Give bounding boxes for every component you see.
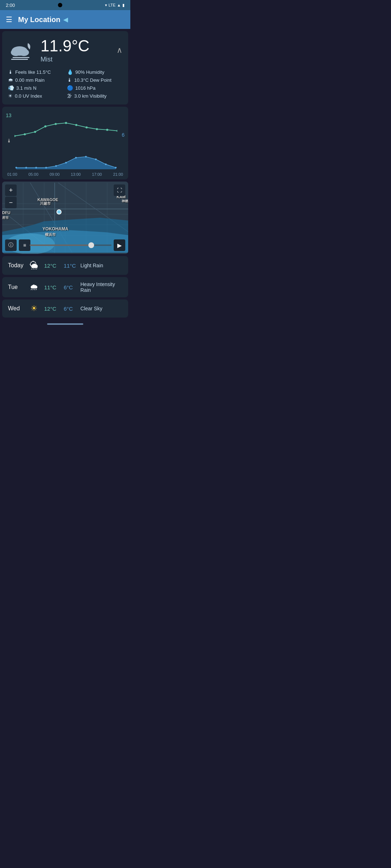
svg-point-8 — [44, 125, 46, 128]
zoom-in-button[interactable]: + — [5, 184, 17, 196]
zoom-out-button[interactable]: − — [5, 197, 17, 208]
pressure-icon: 🔵 — [67, 85, 73, 91]
forecast-section: Today 🌦 12°C 11°C Light Rain Tue 🌧 11°C … — [2, 256, 128, 318]
weather-temp-area: 11.9°C Mist — [37, 37, 117, 63]
visibility-item: 🌫 3.0 km Visibility — [67, 93, 122, 99]
pressure-value: 1016 hPa — [75, 85, 96, 91]
map-info-button[interactable]: ⓘ — [5, 239, 17, 251]
svg-point-5 — [14, 135, 16, 137]
visibility-icon: 🌫 — [67, 93, 72, 99]
forecast-tue-icon: 🌧 — [28, 282, 41, 292]
svg-point-11 — [75, 124, 77, 126]
weather-main: 11.9°C Mist ∧ — [8, 37, 122, 63]
time-label-0: 01:00 — [7, 172, 17, 176]
svg-point-15 — [116, 130, 117, 132]
kami-jp-label: 神栖 — [122, 199, 128, 204]
wifi-icon: ▾ — [105, 3, 107, 8]
pressure-item: 🔵 1016 hPa — [67, 85, 122, 91]
forecast-tue-high: 11°C — [44, 284, 60, 290]
yokohama-label: YOKOHAMA — [42, 226, 68, 231]
forecast-today-icon: 🌦 — [28, 260, 41, 271]
battery-icon: ▮ — [122, 3, 125, 8]
timeline-progress — [30, 244, 91, 246]
wind-item: 💨 3.1 m/s N — [8, 85, 63, 91]
rain-value: 0.00 mm Rain — [15, 77, 45, 83]
svg-point-18 — [25, 167, 27, 169]
svg-point-22 — [65, 162, 67, 163]
humidity-icon: 💧 — [67, 69, 73, 75]
forecast-tue-desc: Heavy Intensity Rain — [80, 281, 122, 293]
forecast-today-row: Today 🌦 12°C 11°C Light Rain — [2, 256, 128, 275]
network-type: LTE — [109, 3, 115, 7]
weather-details: 🌡 Feels like 11.5°C 💧 90% Humidity 🌧 0.0… — [8, 69, 122, 99]
time-label-2: 09:00 — [50, 172, 60, 176]
svg-point-20 — [45, 167, 47, 169]
temperature-display: 11.9°C — [41, 37, 117, 55]
chart-area: 13 🌡 — [2, 107, 128, 179]
svg-point-21 — [55, 165, 57, 167]
dew-point-value: 10.3°C Dew Point — [74, 77, 112, 83]
forecast-wed-desc: Clear Sky — [80, 306, 102, 311]
svg-point-24 — [85, 156, 87, 158]
svg-point-25 — [95, 158, 97, 160]
svg-point-12 — [85, 126, 88, 128]
weather-card: 11.9°C Mist ∧ 🌡 Feels like 11.5°C 💧 90% … — [2, 31, 128, 105]
condition-display: Mist — [41, 56, 117, 63]
map-bottom-controls: ⓘ ≡ — [5, 239, 30, 251]
feels-like-value: Feels like 11.5°C — [15, 69, 51, 75]
forecast-wed-row: Wed ☀ 12°C 6°C Clear Sky — [2, 299, 128, 318]
location-title: My Location — [18, 16, 60, 24]
svg-point-19 — [35, 167, 37, 169]
wind-icon: 💨 — [8, 85, 14, 91]
forecast-wed-high: 12°C — [44, 306, 60, 312]
svg-point-13 — [96, 128, 98, 130]
svg-point-6 — [24, 133, 26, 135]
camera-notch — [58, 3, 62, 7]
fullscreen-button[interactable]: ⛶ — [114, 184, 125, 196]
jofu-label: DFU — [2, 210, 10, 215]
rain-item: 🌧 0.00 mm Rain — [8, 77, 63, 83]
svg-point-17 — [15, 167, 17, 169]
dew-point-icon: 🌡 — [67, 77, 72, 83]
weather-icon-area — [8, 39, 37, 61]
kawagoe-jp-label: 川越市 — [40, 201, 51, 206]
status-icons: ▾ LTE ▲ ▮ — [105, 3, 125, 8]
svg-point-2 — [19, 49, 29, 56]
feels-like-item: 🌡 Feels like 11.5°C — [8, 69, 63, 75]
visibility-value: 3.0 km Visibility — [74, 93, 106, 99]
map-play-button[interactable]: ▶ — [114, 239, 125, 251]
svg-point-26 — [105, 163, 107, 165]
uv-value: 0.0 UV Index — [15, 93, 42, 99]
forecast-wed-icon: ☀ — [28, 304, 41, 313]
map-zoom-controls: + − — [5, 184, 17, 208]
precipitation-chart — [14, 149, 118, 169]
forecast-today-day: Today — [8, 262, 24, 269]
uv-item: ☀ 0.0 UV Index — [8, 93, 63, 99]
weather-condition-icon — [8, 39, 37, 61]
status-time: 2:00 — [6, 3, 15, 8]
time-label-1: 05:00 — [28, 172, 38, 176]
chart-max-label: 13 — [6, 112, 12, 118]
svg-point-23 — [75, 157, 77, 159]
map-layers-button[interactable]: ≡ — [19, 239, 30, 251]
time-label-4: 17:00 — [92, 172, 102, 176]
timeline-thumb[interactable] — [88, 242, 94, 248]
signal-icon: ▲ — [117, 3, 121, 7]
svg-point-9 — [55, 123, 57, 125]
dew-point-item: 🌡 10.3°C Dew Point — [67, 77, 122, 83]
thermometer-chart-icon: 🌡 — [7, 138, 12, 144]
svg-point-7 — [34, 131, 36, 133]
collapse-icon[interactable]: ∧ — [117, 46, 122, 55]
svg-point-14 — [106, 129, 108, 131]
time-label-5: 21:00 — [113, 172, 123, 176]
rain-icon: 🌧 — [8, 77, 13, 83]
timeline-slider[interactable] — [30, 244, 112, 246]
forecast-today-low: 11°C — [64, 263, 77, 269]
navigation-bar — [47, 323, 83, 325]
chart-min-label: 6 — [122, 132, 125, 138]
humidity-item: 💧 90% Humidity — [67, 69, 122, 75]
menu-icon[interactable]: ☰ — [6, 15, 12, 24]
location-dot — [56, 209, 62, 214]
forecast-wed-day: Wed — [8, 305, 24, 312]
yokohama-jp-label: 横浜市 — [45, 232, 56, 237]
